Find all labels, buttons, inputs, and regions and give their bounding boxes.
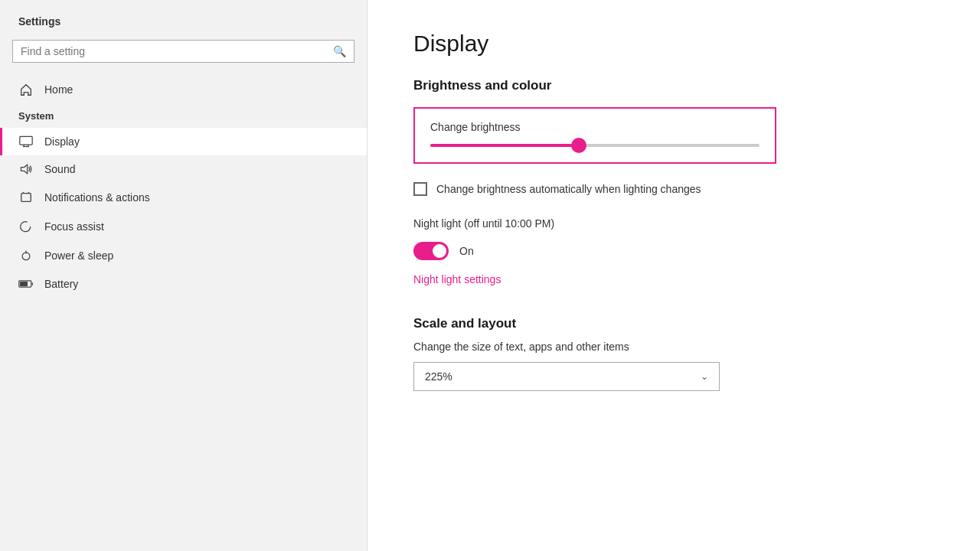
chevron-down-icon: ⌄: [701, 371, 708, 382]
night-light-toggle-label: On: [459, 245, 474, 257]
auto-brightness-label: Change brightness automatically when lig…: [436, 183, 701, 195]
search-input[interactable]: [21, 45, 333, 57]
search-icon: 🔍: [333, 45, 346, 57]
sidebar-item-power-label: Power & sleep: [44, 249, 113, 262]
search-box[interactable]: 🔍: [12, 40, 354, 63]
power-icon: [18, 249, 34, 262]
brightness-box: Change brightness: [413, 107, 776, 164]
night-light-settings-link[interactable]: Night light settings: [413, 273, 501, 285]
sidebar-item-sound-label: Sound: [44, 163, 75, 175]
sidebar-item-display[interactable]: Display: [0, 128, 367, 155]
scale-value: 225%: [425, 370, 452, 383]
app-title: Settings: [0, 0, 367, 40]
scale-desc: Change the size of text, apps and other …: [413, 341, 934, 353]
brightness-slider-track[interactable]: [430, 144, 760, 147]
sidebar-item-home-label: Home: [44, 83, 73, 96]
auto-brightness-row: Change brightness automatically when lig…: [413, 182, 934, 196]
brightness-slider-thumb[interactable]: [571, 138, 586, 153]
svg-rect-5: [21, 194, 31, 202]
sidebar: Settings 🔍 Home System Display: [0, 0, 368, 551]
night-light-toggle-row: On: [413, 242, 934, 260]
brightness-slider-fill: [430, 144, 579, 147]
main-content: Display Brightness and colour Change bri…: [368, 0, 980, 551]
svg-marker-4: [21, 165, 27, 173]
brightness-label: Change brightness: [430, 121, 760, 133]
sidebar-item-notifications-label: Notifications & actions: [44, 191, 150, 204]
sidebar-item-sound[interactable]: Sound: [0, 155, 367, 183]
sidebar-item-focus[interactable]: Focus assist: [0, 212, 367, 241]
sidebar-item-home[interactable]: Home: [0, 75, 367, 104]
night-light-toggle[interactable]: [413, 242, 449, 260]
scale-dropdown[interactable]: 225% ⌄: [413, 362, 720, 391]
auto-brightness-checkbox[interactable]: [413, 182, 427, 196]
svg-rect-0: [20, 136, 32, 145]
home-icon: [18, 83, 34, 96]
night-light-title: Night light (off until 10:00 PM): [413, 217, 934, 230]
sidebar-item-power[interactable]: Power & sleep: [0, 241, 367, 270]
sidebar-item-notifications[interactable]: Notifications & actions: [0, 183, 367, 212]
display-icon: [18, 135, 34, 148]
sidebar-item-focus-label: Focus assist: [44, 220, 104, 233]
svg-rect-12: [20, 282, 28, 286]
sound-icon: [18, 163, 34, 175]
scale-section-title: Scale and layout: [413, 316, 934, 331]
system-label: System: [0, 104, 367, 128]
sidebar-item-battery[interactable]: Battery: [0, 270, 367, 298]
sidebar-item-battery-label: Battery: [44, 278, 78, 290]
notifications-icon: [18, 191, 34, 204]
toggle-knob: [433, 244, 446, 258]
battery-icon: [18, 279, 34, 289]
brightness-slider-container[interactable]: [430, 144, 760, 147]
focus-icon: [18, 220, 34, 233]
brightness-section-title: Brightness and colour: [413, 78, 934, 93]
sidebar-item-display-label: Display: [44, 135, 80, 148]
page-title: Display: [413, 31, 934, 57]
